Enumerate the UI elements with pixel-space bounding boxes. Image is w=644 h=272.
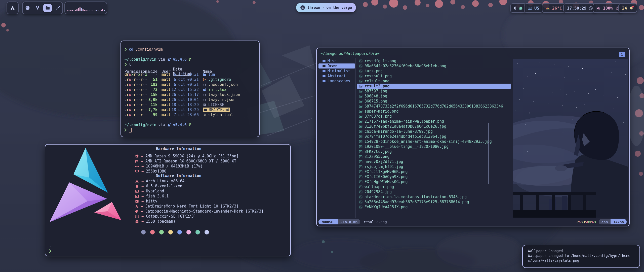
module-text: 24 (622, 6, 627, 11)
terminal-color-palette (141, 230, 209, 234)
sidebar-folder-misc[interactable]: Misc (318, 58, 355, 63)
terminal-window[interactable]: cd.config/nvim ~/.config/nvimviav5.4.6V … (120, 41, 260, 137)
scrollbar-thumb[interactable] (488, 123, 489, 184)
parent-folder-list: MiscDrawMinimalistAbstractLandscapes (318, 58, 355, 84)
file-row[interactable]: 5a266e448add93deab367d87173e9f25-6837886… (357, 199, 511, 205)
visualizer-bar (93, 11, 94, 11)
ls-file-row: .rw-r--r--3,0kmatt26 oct 10:04{}lazyvim.… (125, 97, 257, 102)
file-owner: matt (157, 103, 171, 107)
file-row[interactable]: super-mario.png (357, 109, 511, 114)
file-row[interactable]: EeNKYgIUcAAJ5JX.png (357, 205, 511, 210)
image-file-icon (359, 200, 363, 204)
visualizer-bar (99, 11, 100, 11)
file-name: 866715.png (365, 99, 387, 104)
file-row[interactable]: wallpaper.png (357, 184, 511, 189)
file-row[interactable]: 87r687df.png (357, 114, 511, 119)
breadcrumb-path: ~/Imagenes/Wallpapers/Draw (320, 51, 380, 56)
file-row[interactable]: ressdfgult.png (357, 58, 511, 63)
visualizer-bar (87, 11, 88, 11)
software-info-row: →1558 (pacman) (135, 219, 224, 224)
visualizer-bar (72, 10, 73, 11)
bar-module-clock[interactable]: 17:50:29 (563, 3, 597, 13)
visualizer-bar (84, 10, 85, 11)
cpu-icon (135, 154, 139, 158)
sidebar-folder-draw[interactable]: Draw (318, 63, 355, 69)
ls-table-rows: drwxr-xr-x-matt 6 oct 00:31lua.rw-r--r--… (125, 72, 257, 117)
file-row[interactable]: kurz.png (357, 69, 511, 74)
bar-module-keyboard-layout[interactable]: US (524, 3, 543, 13)
file-manager-folder-icon[interactable] (43, 4, 52, 12)
file-row[interactable]: 596848.jpg (357, 94, 511, 99)
file-name: 8FKa7Cu.jpeg (365, 149, 392, 154)
firefox-icon[interactable] (23, 4, 32, 12)
terminal-icon (135, 199, 139, 203)
launcher-button[interactable] (7, 2, 19, 14)
prompt-via: via (158, 123, 165, 127)
file-row[interactable]: 866715.png (357, 99, 511, 104)
notification-toast[interactable]: Wallpaper Changed Wallpaper changed to /… (522, 245, 640, 268)
visualizer-bar (69, 11, 70, 11)
file-name: 587597.jpg (365, 89, 387, 93)
image-file-icon (359, 64, 363, 68)
file-permissions: .rw-r--r-- (125, 87, 148, 92)
file-row[interactable]: 20492984.jpg (357, 189, 511, 194)
font-icon (135, 205, 139, 208)
info-text: Catppuccin-Macchiato-Standard-Lavender-D… (145, 209, 264, 214)
file-name: EeNKYgIUcAAJ5JX.png (365, 205, 408, 209)
file-row[interactable]: atardecer-en-la-montanas-ilustracion-634… (357, 194, 511, 199)
file-manager-window[interactable]: ~/Imagenes/Wallpapers/Draw 1 MiscDrawMin… (316, 48, 630, 226)
image-file-icon (359, 135, 363, 138)
lua-icon (203, 88, 207, 92)
ls-file-row: .rw-r--r--72matt12 oct 15:32init.lua (125, 87, 257, 92)
file-name: 0c794faf07de24a4db4d4fb1eb813964.jpg (365, 134, 446, 139)
file-row[interactable]: result2.png (357, 84, 511, 89)
fetch-terminal-window[interactable]: Hardware Information →AMD Ryzen 9 5900X … (45, 144, 291, 256)
file-name: atardecer-en-la-montanas-ilustracion-634… (365, 195, 467, 199)
file-date: 18 oct 13:29 (171, 103, 202, 107)
v-app-icon[interactable] (33, 4, 42, 12)
visualizer-bar (70, 10, 71, 11)
image-file-icon (359, 105, 363, 108)
file-name: resssult.png (365, 74, 392, 78)
sidebar-folder-landscapes[interactable]: Landscapes (318, 79, 355, 84)
command: cd (129, 47, 133, 52)
arrow-icon: → (141, 169, 144, 174)
software-info-row: →JetBrainsMono Nerd Font Light 10 [GTK2/… (135, 204, 224, 209)
bar-module-notifications[interactable]: 24 (618, 3, 637, 13)
arrow-icon: → (141, 214, 144, 219)
json-icon: {} (203, 83, 207, 87)
prompt-via: via (158, 57, 165, 62)
folder-name: Draw (328, 64, 337, 68)
file-permissions: .rw-r--r-- (125, 108, 148, 112)
file-row[interactable]: re1sult.png (357, 79, 511, 84)
file-owner: matt (157, 72, 171, 77)
file-name: re1sult.png (365, 79, 389, 83)
paintbrush-icon[interactable] (53, 4, 62, 12)
file-row[interactable]: 68747470733a2f2f696d616765732d776d702d65… (357, 104, 511, 109)
prompt-symbol (125, 63, 127, 66)
folder-name: Abstract (328, 74, 346, 78)
desktop: thrown - on the verge 0US26°C17:50:29100… (0, 0, 644, 272)
visualizer-bar (86, 10, 87, 11)
icons-icon (135, 215, 139, 218)
file-name: lazyvim.json (208, 97, 235, 102)
image-file-icon (359, 160, 363, 163)
fetch-info-panel: Hardware Information →AMD Ryzen 9 5900X … (132, 149, 225, 226)
file-row[interactable]: resssult.png (357, 74, 511, 79)
terminal-output: cd.config/nvim ~/.config/nvimviav5.4.6V … (125, 47, 257, 132)
bar-module-weather[interactable]: 26°C (542, 3, 566, 13)
file-row[interactable]: 08a634fa02a32364f69ebc86a98eb1eb.png (357, 63, 511, 69)
json-icon: {} (203, 98, 207, 102)
file-permissions: .rw-r--r-- (125, 92, 148, 97)
software-info-row: →Hyprland (135, 189, 224, 194)
file-owner: matt (157, 108, 171, 112)
visualizer-bar (67, 10, 68, 11)
info-text: fish 3.6.1 (146, 194, 169, 198)
now-playing-widget[interactable]: thrown - on the verge (296, 3, 356, 12)
sidebar-folder-abstract[interactable]: Abstract (318, 74, 355, 79)
tab-badge[interactable]: 1 (619, 52, 625, 57)
file-row[interactable]: 587597.jpg (357, 89, 511, 94)
software-info-row: →kitty (135, 199, 224, 204)
sidebar-folder-minimalist[interactable]: Minimalist (318, 69, 355, 74)
hardware-info-row: →AMD ATI Radeon RX 6800/6800 XT / 6900 X… (135, 159, 224, 164)
